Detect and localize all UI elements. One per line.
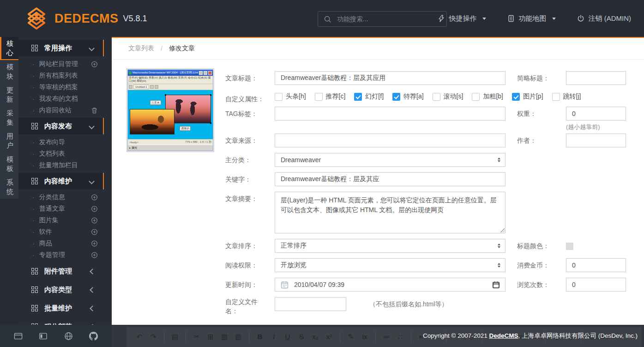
menu-section-常用操作[interactable]: 常用操作 xyxy=(18,40,104,56)
menu-section-批量维护[interactable]: 批量维护 xyxy=(18,300,104,316)
plus-circle-icon[interactable] xyxy=(91,61,98,67)
remove-format-icon[interactable]: Ix xyxy=(358,331,372,342)
paste-from-word-icon[interactable]: ▥ xyxy=(231,331,245,342)
logout-button[interactable]: 注销 (ADMIN) xyxy=(577,14,632,23)
checkbox-特荐[a][interactable]: 特荐[a] xyxy=(392,92,424,101)
coins-input[interactable] xyxy=(566,258,626,272)
rail-tab-采集[interactable]: 采集 xyxy=(0,106,18,129)
search-input[interactable] xyxy=(336,15,441,23)
checkbox-推荐[c][interactable]: 推荐[c] xyxy=(315,92,346,101)
feature-map-label: 功能地图 xyxy=(519,14,547,23)
brand[interactable]: DEDECMS V5.8.1 xyxy=(25,7,147,30)
checkbox-unchecked-icon[interactable] xyxy=(433,93,440,101)
menu-item-普通文章[interactable]: ·普通文章 xyxy=(18,203,112,214)
ordered-list-icon[interactable]: ≔ xyxy=(379,331,393,342)
rail-tab-系统[interactable]: 系统 xyxy=(0,176,18,199)
cut-icon[interactable]: ✂ xyxy=(190,331,204,342)
checkbox-unchecked-icon[interactable] xyxy=(315,93,323,101)
plus-circle-icon[interactable] xyxy=(91,194,98,201)
views-input[interactable] xyxy=(566,278,626,292)
rail-tab-用户[interactable]: 用户 xyxy=(0,129,18,152)
checkbox-checked-icon[interactable] xyxy=(354,93,362,101)
abstract-textarea[interactable]: 层(Layer)是一种 HTML 页面元素，您可以将它定位在页面上的任意位置。层… xyxy=(275,192,506,233)
rail-tab-模板[interactable]: 模板 xyxy=(0,152,18,176)
menu-item-我发布的文档[interactable]: ·我发布的文档 xyxy=(18,93,112,104)
unordered-list-icon[interactable]: ∷ xyxy=(393,331,407,342)
title-input[interactable] xyxy=(275,71,506,85)
plus-circle-icon[interactable] xyxy=(91,251,98,258)
menu-item-批量增加栏目[interactable]: ·批量增加栏目 xyxy=(18,159,112,171)
plus-circle-icon[interactable] xyxy=(91,240,98,247)
plus-circle-icon[interactable] xyxy=(91,228,98,235)
sort-select[interactable]: 正常排序 xyxy=(275,239,506,253)
checkbox-滚动[s][interactable]: 滚动[s] xyxy=(433,92,463,101)
subscript-icon[interactable]: x₂ xyxy=(308,331,322,342)
menu-item-网站栏目管理[interactable]: ·网站栏目管理 xyxy=(18,58,112,70)
rail-tab-模块[interactable]: 模块 xyxy=(0,60,18,83)
browser-window-icon[interactable] xyxy=(14,332,23,341)
filename-input[interactable] xyxy=(275,297,346,311)
keywords-input[interactable] xyxy=(275,172,506,186)
underline-icon[interactable]: U xyxy=(281,331,295,342)
github-icon[interactable] xyxy=(89,332,98,341)
author-input[interactable] xyxy=(566,134,626,147)
checkbox-幻灯[f][interactable]: 幻灯[f] xyxy=(354,92,384,101)
redo-icon[interactable]: ↷ xyxy=(146,331,160,342)
bold-icon[interactable]: B xyxy=(253,331,267,342)
weight-input[interactable] xyxy=(566,107,626,121)
rail-tab-更新[interactable]: 更新 xyxy=(0,83,18,106)
top-header: DEDECMS V5.8.1 快捷操作 xyxy=(0,0,644,37)
menu-section-内容维护[interactable]: 内容维护 xyxy=(18,173,104,189)
menu-item-内容回收站[interactable]: ·内容回收站 xyxy=(18,104,112,116)
update-time-field[interactable]: 2010/04/07 09:39 xyxy=(275,278,506,292)
menu-section-内容类型[interactable]: 内容类型 xyxy=(18,282,104,298)
quick-actions-menu[interactable]: 快捷操作 xyxy=(438,14,486,23)
read-perm-select[interactable]: 开放浏览 xyxy=(275,258,506,272)
short-title-input[interactable] xyxy=(566,71,626,85)
menu-item-文档列表[interactable]: ·文档列表 xyxy=(18,148,112,159)
dedecms-link[interactable]: DedeCMS xyxy=(489,332,518,339)
source-document-icon[interactable]: ▤ xyxy=(168,331,182,342)
title-color-swatch[interactable] xyxy=(566,243,573,250)
checkbox-unchecked-icon[interactable] xyxy=(472,93,480,101)
menu-section-附件管理[interactable]: 附件管理 xyxy=(18,263,104,279)
menu-section-积分部落[interactable]: 积分部落 xyxy=(18,319,104,325)
paste-icon[interactable]: ▥ xyxy=(217,331,231,342)
toolbar-separator xyxy=(411,332,411,342)
menu-item-商品[interactable]: ·商品 xyxy=(18,237,112,249)
menu-item-分类信息[interactable]: ·分类信息 xyxy=(18,191,112,203)
copy-icon[interactable]: ⊞ xyxy=(204,331,217,342)
trash-icon[interactable] xyxy=(91,107,98,114)
undo-icon[interactable]: ↶ xyxy=(132,331,146,342)
globe-icon[interactable] xyxy=(64,332,73,341)
rail-tab-核心[interactable]: 核心 xyxy=(0,37,18,60)
checkbox-checked-icon[interactable] xyxy=(512,93,520,101)
format-brush-icon[interactable]: ✎ xyxy=(344,331,358,342)
feature-map-menu[interactable]: 功能地图 xyxy=(507,14,556,23)
menu-item-图片集[interactable]: ·图片集 xyxy=(18,214,112,226)
menu-item-软件[interactable]: ·软件 xyxy=(18,226,112,237)
menu-item-发布向导[interactable]: ·发布向导 xyxy=(18,136,112,148)
checkbox-跳转[j][interactable]: 跳转[j] xyxy=(552,92,581,101)
checkbox-加粗[b][interactable]: 加粗[b] xyxy=(472,92,503,101)
function-search-box[interactable] xyxy=(318,11,447,27)
italic-icon[interactable]: I xyxy=(267,331,281,342)
checkbox-unchecked-icon[interactable] xyxy=(552,93,560,101)
checkbox-checked-icon[interactable] xyxy=(392,93,400,101)
superscript-icon[interactable]: x² xyxy=(322,331,336,342)
menu-item-所有档案列表[interactable]: ·所有档案列表 xyxy=(18,70,112,81)
source-input[interactable] xyxy=(275,134,506,147)
checkbox-图片[p][interactable]: 图片[p] xyxy=(512,92,543,101)
layout-panel-icon[interactable] xyxy=(39,332,48,341)
datepicker-icon[interactable] xyxy=(493,281,500,288)
category-select[interactable]: Dreamweaver xyxy=(275,153,506,167)
checkbox-头条[h][interactable]: 头条[h] xyxy=(275,92,306,101)
tag-input[interactable] xyxy=(275,107,506,121)
checkbox-unchecked-icon[interactable] xyxy=(275,93,283,101)
plus-circle-icon[interactable] xyxy=(91,205,98,212)
menu-item-等审核的档案[interactable]: ·等审核的档案 xyxy=(18,81,112,93)
strikethrough-icon[interactable]: S xyxy=(295,331,308,342)
plus-circle-icon[interactable] xyxy=(91,217,98,224)
menu-section-内容发布[interactable]: 内容发布 xyxy=(18,118,104,134)
menu-item-专题管理[interactable]: ·专题管理 xyxy=(18,249,112,261)
